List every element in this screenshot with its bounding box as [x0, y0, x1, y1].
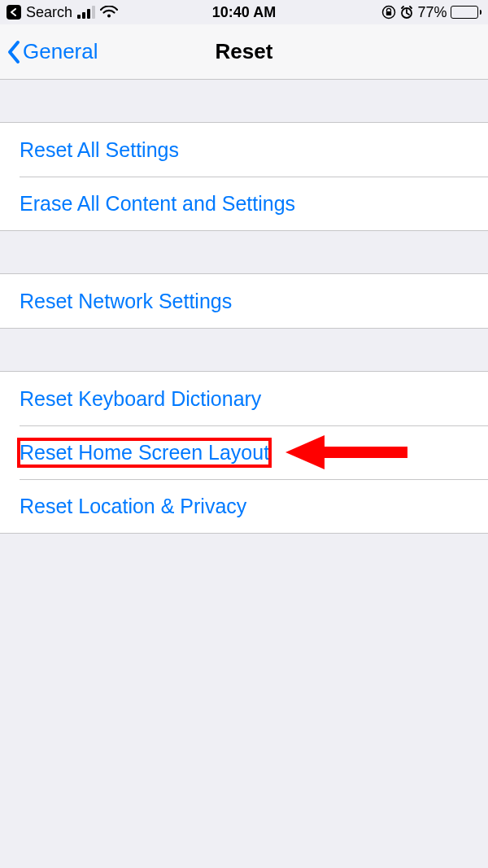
settings-group-3: Reset Keyboard Dictionary Reset Home Scr… — [0, 371, 488, 534]
svg-point-0 — [107, 15, 111, 18]
chevron-left-icon — [7, 40, 21, 64]
row-label: Erase All Content and Settings — [20, 192, 295, 216]
section-gap — [0, 329, 488, 371]
cellular-signal-icon — [77, 6, 95, 19]
svg-rect-2 — [386, 11, 391, 15]
reset-keyboard-dictionary-row[interactable]: Reset Keyboard Dictionary — [0, 372, 488, 425]
row-label: Reset All Settings — [20, 138, 179, 162]
back-to-app-icon[interactable] — [7, 5, 21, 20]
status-time: 10:40 AM — [212, 4, 276, 21]
section-gap — [0, 80, 488, 122]
reset-all-settings-row[interactable]: Reset All Settings — [0, 123, 488, 177]
status-left: Search — [7, 4, 118, 21]
battery-icon — [451, 6, 482, 19]
back-button[interactable]: General — [0, 39, 98, 64]
back-button-label: General — [23, 39, 98, 64]
row-label: Reset Home Screen Layout — [20, 441, 269, 465]
content: Reset All Settings Erase All Content and… — [0, 80, 488, 534]
settings-group-2: Reset Network Settings — [0, 273, 488, 329]
section-gap — [0, 231, 488, 273]
page-title: Reset — [216, 39, 273, 64]
nav-bar: General Reset — [0, 24, 488, 80]
reset-network-settings-row[interactable]: Reset Network Settings — [0, 274, 488, 328]
settings-group-1: Reset All Settings Erase All Content and… — [0, 122, 488, 231]
status-right: 77% — [381, 4, 481, 21]
row-label: Reset Location & Privacy — [20, 495, 246, 518]
reset-location-privacy-row[interactable]: Reset Location & Privacy — [0, 479, 488, 533]
back-to-app-label[interactable]: Search — [26, 4, 72, 21]
row-label: Reset Keyboard Dictionary — [20, 387, 261, 411]
erase-all-content-row[interactable]: Erase All Content and Settings — [0, 177, 488, 230]
reset-home-screen-layout-row[interactable]: Reset Home Screen Layout — [0, 425, 488, 479]
row-label: Reset Network Settings — [20, 290, 232, 313]
battery-percent-label: 77% — [417, 4, 447, 21]
wifi-icon — [100, 6, 118, 19]
orientation-lock-icon — [381, 5, 396, 20]
status-bar: Search 10:40 AM 77 — [0, 0, 488, 24]
alarm-icon — [399, 5, 414, 20]
